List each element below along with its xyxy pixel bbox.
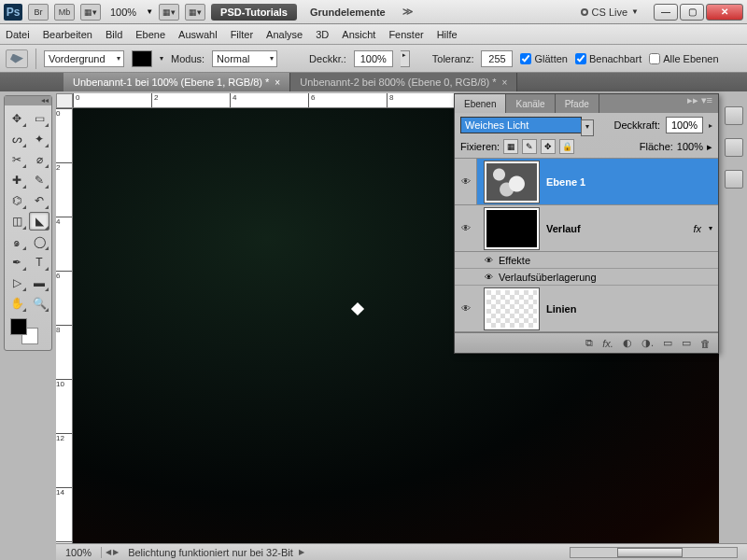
menu-ebene[interactable]: Ebene: [135, 29, 165, 40]
menu-ansicht[interactable]: Ansicht: [342, 29, 375, 40]
opacity-slider-icon[interactable]: ▸: [709, 121, 712, 130]
adjustment-icon[interactable]: ◑.: [641, 337, 654, 349]
panel-menu-icon[interactable]: ▸▸ ▾≡: [682, 94, 718, 113]
tool-wand[interactable]: ✦: [29, 130, 49, 148]
visibility-icon[interactable]: 👁: [455, 303, 477, 314]
close-tab-icon[interactable]: ×: [275, 77, 280, 88]
antialias-checkbox[interactable]: Glätten: [520, 53, 567, 64]
layer-thumb[interactable]: [485, 288, 539, 329]
nav-next-icon[interactable]: ▶: [113, 548, 119, 556]
tolerance-field[interactable]: 255: [481, 50, 513, 67]
tab-pfade[interactable]: Pfade: [556, 94, 599, 113]
extras-button[interactable]: ▦▾: [185, 4, 205, 21]
tool-stamp[interactable]: ⌬: [7, 191, 27, 210]
document-tab[interactable]: Unbenannt-2 bei 800% (Ebene 0, RGB/8) *×: [290, 73, 517, 91]
close-button[interactable]: ✕: [706, 4, 743, 21]
bridge-button[interactable]: Br: [28, 4, 49, 21]
link-layers-icon[interactable]: ⧉: [585, 337, 593, 349]
dock-icon-1[interactable]: [725, 106, 743, 125]
opacity-field[interactable]: 100%: [354, 50, 393, 67]
dock-icon-2[interactable]: [725, 138, 743, 157]
fx-menu-icon[interactable]: fx.: [602, 338, 613, 349]
menu-3d[interactable]: 3D: [316, 29, 329, 40]
fx-badge[interactable]: fx: [693, 223, 701, 234]
layer-effect-item[interactable]: 👁Verlaufsüberlagerung: [455, 269, 718, 286]
tool-pen[interactable]: ✒: [7, 253, 27, 272]
blend-mode-dropdown[interactable]: Weiches Licht: [460, 117, 582, 133]
delete-layer-icon[interactable]: 🗑: [700, 338, 711, 349]
layer-row-linien[interactable]: 👁 Linien: [455, 286, 718, 332]
fill-opacity-field[interactable]: 100%: [677, 141, 703, 152]
tool-path[interactable]: ▷: [7, 273, 27, 292]
maximize-button[interactable]: ▢: [680, 4, 704, 21]
h-scrollbar[interactable]: [570, 547, 738, 558]
zoom-level[interactable]: 100%: [106, 7, 140, 18]
layer-thumb[interactable]: [485, 208, 539, 249]
layer-name[interactable]: Ebene 1: [546, 176, 718, 188]
tool-blur[interactable]: ๑: [7, 232, 27, 251]
tool-crop[interactable]: ✂: [7, 150, 27, 169]
tool-history[interactable]: ↶: [29, 191, 49, 210]
bucket-tool-icon[interactable]: [6, 49, 28, 68]
layer-effects-header[interactable]: 👁Effekte: [455, 252, 718, 269]
dock-icon-3[interactable]: [725, 170, 743, 189]
new-layer-icon[interactable]: ▭: [682, 337, 691, 349]
layer-opacity-field[interactable]: 100%: [666, 117, 703, 133]
layer-name[interactable]: Verlauf: [546, 223, 693, 234]
lock-transparency-icon[interactable]: ▦: [503, 139, 518, 154]
tool-dodge[interactable]: ◯: [29, 232, 49, 251]
nav-prev-icon[interactable]: ◀: [106, 548, 111, 556]
opacity-spinner[interactable]: ▸: [401, 50, 410, 67]
fill-source-select[interactable]: Vordergrund: [44, 50, 124, 67]
collapse-icon[interactable]: ◂◂: [41, 96, 49, 105]
tool-hand[interactable]: ✋: [7, 294, 27, 313]
tool-eyedrop[interactable]: ⌀: [29, 150, 49, 169]
mask-icon[interactable]: ◐: [623, 337, 632, 349]
layer-name[interactable]: Linien: [546, 303, 718, 315]
layer-row-verlauf[interactable]: 👁 Verlauf fx▾: [455, 205, 718, 252]
visibility-icon[interactable]: 👁: [455, 223, 477, 233]
close-tab-icon[interactable]: ×: [502, 77, 508, 88]
document-tab[interactable]: Unbenannt-1 bei 100% (Ebene 1, RGB/8) *×: [63, 73, 290, 91]
workspace-tab-grund[interactable]: Grundelemente: [303, 4, 393, 21]
blend-mode-select[interactable]: Normal: [212, 50, 277, 67]
all-layers-checkbox[interactable]: Alle Ebenen: [649, 53, 718, 64]
layer-thumb[interactable]: [485, 161, 539, 203]
menu-datei[interactable]: Datei: [6, 29, 30, 40]
menu-hilfe[interactable]: Hilfe: [437, 29, 458, 40]
layer-row-ebene1[interactable]: 👁 Ebene 1: [455, 159, 718, 205]
fill-slider-icon[interactable]: ▸: [707, 141, 712, 153]
ruler-vertical[interactable]: 0246810121416: [56, 108, 73, 543]
workspace-more-icon[interactable]: ≫: [399, 6, 417, 18]
pattern-swatch[interactable]: [132, 50, 152, 67]
lock-all-icon[interactable]: 🔒: [559, 139, 574, 154]
group-icon[interactable]: ▭: [663, 337, 672, 349]
minibridge-button[interactable]: Mb: [54, 4, 75, 21]
menu-bearbeiten[interactable]: Bearbeiten: [43, 29, 92, 40]
ruler-origin[interactable]: [56, 93, 73, 108]
tool-type[interactable]: T: [29, 253, 49, 272]
tool-move[interactable]: ✥: [7, 109, 27, 128]
minimize-button[interactable]: —: [654, 4, 678, 21]
tab-ebenen[interactable]: Ebenen: [455, 94, 506, 113]
menu-fenster[interactable]: Fenster: [388, 29, 423, 40]
lock-position-icon[interactable]: ✥: [541, 139, 556, 154]
tool-lasso[interactable]: ᔕ: [7, 130, 27, 148]
tool-heal[interactable]: ✚: [7, 171, 27, 189]
color-swatches[interactable]: [7, 316, 49, 346]
tool-marquee[interactable]: ▭: [29, 109, 49, 128]
tool-bucket[interactable]: ◣: [29, 212, 49, 231]
menu-auswahl[interactable]: Auswahl: [178, 29, 218, 40]
cslive-button[interactable]: CS Live ▼: [581, 7, 639, 18]
status-zoom[interactable]: 100%: [56, 547, 102, 558]
menu-bild[interactable]: Bild: [106, 29, 122, 40]
tab-kanaele[interactable]: Kanäle: [506, 94, 555, 113]
tool-eraser[interactable]: ◫: [7, 212, 27, 231]
tool-shape[interactable]: ▬: [29, 273, 49, 292]
lock-pixels-icon[interactable]: ✎: [522, 139, 537, 154]
tool-brush[interactable]: ✎: [29, 171, 49, 189]
foreground-swatch[interactable]: [10, 318, 27, 335]
contiguous-checkbox[interactable]: Benachbart: [575, 53, 641, 64]
tool-zoom[interactable]: 🔍: [29, 294, 49, 313]
visibility-icon[interactable]: 👁: [455, 159, 477, 204]
